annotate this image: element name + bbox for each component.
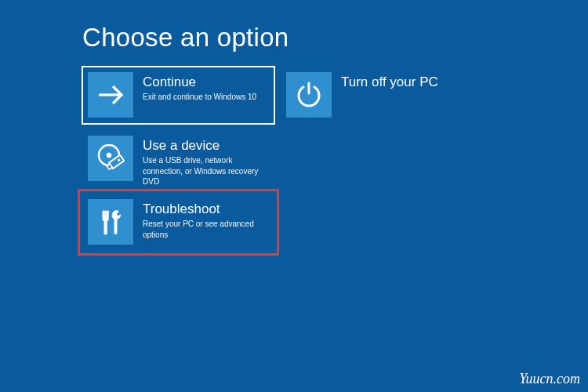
usedevice-tile[interactable]: Use a device Use a USB drive, network co… xyxy=(82,130,274,187)
svg-rect-7 xyxy=(104,220,107,234)
troubleshoot-text: Troubleshoot Reset your PC or see advanc… xyxy=(133,194,274,251)
troubleshoot-title: Troubleshoot xyxy=(143,201,268,217)
turnoff-text: Turn off your PC xyxy=(332,67,445,124)
tile-row-2: Use a device Use a USB drive, network co… xyxy=(82,130,473,187)
tiles-container: Continue Exit and continue to Windows 10… xyxy=(82,67,473,257)
svg-point-6 xyxy=(118,159,120,162)
watermark: Yuucn.com xyxy=(519,371,580,387)
continue-tile[interactable]: Continue Exit and continue to Windows 10 xyxy=(82,67,274,124)
turnoff-tile[interactable]: Turn off your PC xyxy=(281,67,473,124)
usedevice-text: Use a device Use a USB drive, network co… xyxy=(133,130,274,187)
continue-title: Continue xyxy=(143,74,256,90)
power-icon xyxy=(286,72,332,118)
svg-point-3 xyxy=(107,153,111,158)
arrow-right-icon xyxy=(88,72,133,118)
continue-desc: Exit and continue to Windows 10 xyxy=(143,92,256,103)
continue-text: Continue Exit and continue to Windows 10 xyxy=(133,67,263,124)
troubleshoot-tile[interactable]: Troubleshoot Reset your PC or see advanc… xyxy=(82,194,274,251)
usedevice-title: Use a device xyxy=(143,138,268,154)
tools-icon xyxy=(88,199,133,245)
page-title: Choose an option xyxy=(82,23,289,53)
tile-row-1: Continue Exit and continue to Windows 10… xyxy=(82,67,473,124)
usedevice-desc: Use a USB drive, network connection, or … xyxy=(143,155,268,187)
disc-usb-icon xyxy=(88,136,133,181)
turnoff-title: Turn off your PC xyxy=(341,74,438,90)
tile-row-3: Troubleshoot Reset your PC or see advanc… xyxy=(82,194,473,251)
troubleshoot-desc: Reset your PC or see advanced options xyxy=(143,219,268,240)
